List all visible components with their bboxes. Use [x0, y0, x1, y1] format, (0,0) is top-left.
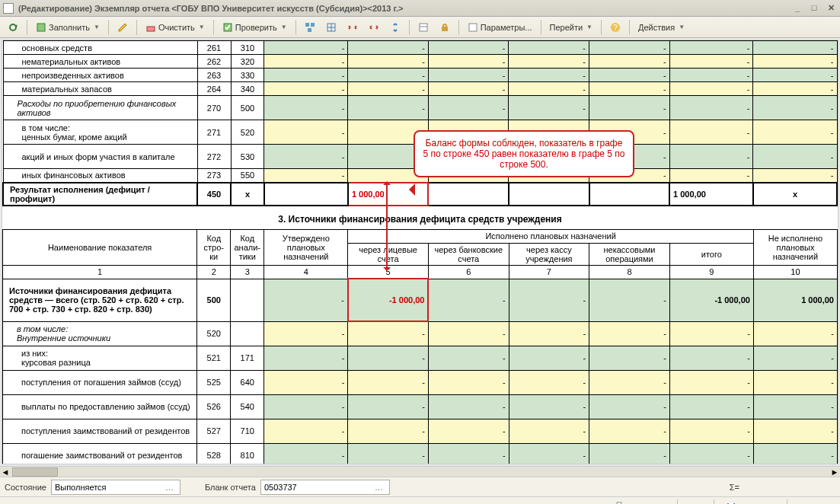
- tool-6[interactable]: [414, 20, 433, 35]
- form-ellipsis[interactable]: …: [372, 483, 386, 492]
- print-button[interactable]: Печать▼: [609, 500, 670, 505]
- svg-rect-10: [420, 24, 427, 31]
- result-name: Результат исполнения (дефицит / профицит…: [3, 183, 197, 206]
- table-row: погашение заимствований от резидентов528…: [3, 443, 838, 464]
- params-button[interactable]: Параметры...: [463, 20, 537, 35]
- callout-arrow: [386, 182, 388, 270]
- ok-button[interactable]: OK: [685, 501, 707, 505]
- tool-2[interactable]: [321, 20, 341, 35]
- save-icon: [726, 502, 736, 505]
- hdr-name: Наименование показателя: [3, 229, 197, 265]
- tool-1[interactable]: [300, 20, 320, 35]
- form-label: Бланк отчета: [205, 483, 256, 492]
- clear-label: Очистить: [158, 23, 195, 32]
- result-col5: 1 000,00: [348, 183, 429, 206]
- table-row: материальных запасов264340-------: [3, 82, 837, 96]
- tool-7[interactable]: [435, 20, 455, 35]
- result-code: 450: [197, 183, 231, 206]
- help-button[interactable]: ?: [605, 20, 625, 35]
- svg-rect-2: [147, 27, 155, 31]
- balance-callout: Баланс формы соблюден, показатель в граф…: [414, 130, 634, 177]
- hdr-n1: 1: [3, 265, 197, 279]
- hdr-col10: Не исполнено плановых назначений: [753, 229, 837, 265]
- section-3-title: 3. Источники финансирования дефицита сре…: [2, 206, 838, 229]
- hierarchy-icon: [305, 22, 315, 33]
- table-row: поступления заимствований от резидентов5…: [3, 419, 838, 443]
- hdr-anal: Код анали-тики: [231, 229, 264, 265]
- refresh-button[interactable]: [3, 20, 23, 35]
- pencil-icon: [117, 22, 128, 33]
- window-titlebar: (Редактирование) Экземпляр отчета <ГОБУ …: [0, 0, 840, 17]
- table-row: Источники финансирования дефицита средст…: [3, 279, 838, 321]
- svg-rect-5: [311, 23, 315, 27]
- state-value: Выполняется: [55, 483, 107, 492]
- table-icon: [418, 22, 429, 33]
- close-action-button[interactable]: Закрыть: [794, 501, 835, 505]
- main-toolbar: Заполнить▼ Очистить▼ Проверить▼ Параметр…: [0, 17, 840, 38]
- form-value: 0503737: [264, 483, 297, 492]
- expand-h-icon: [347, 22, 358, 33]
- fill-icon: [36, 22, 46, 33]
- params-icon: [468, 22, 478, 33]
- table-row: выплаты по предоставлению займов (ссуд)5…: [3, 394, 838, 419]
- app-icon: [3, 3, 14, 14]
- horizontal-scrollbar[interactable]: ◄ ►: [0, 466, 840, 477]
- tool-4[interactable]: [364, 20, 384, 35]
- hdr-col8: некассовыми операциями: [589, 243, 670, 265]
- state-ellipsis[interactable]: …: [162, 483, 177, 492]
- svg-rect-1: [37, 24, 45, 31]
- hdr-n6: 6: [428, 265, 509, 279]
- result-col10: x: [753, 183, 837, 206]
- hdr-col6: через банковские счета: [428, 243, 509, 265]
- params-label: Параметры...: [481, 23, 532, 32]
- actions-label: Действия: [638, 23, 675, 32]
- status-bar: Состояние Выполняется … Бланк отчета 050…: [0, 477, 840, 496]
- goto-button[interactable]: Перейти▼: [545, 21, 598, 34]
- hdr-n4: 4: [264, 265, 348, 279]
- refresh-icon: [8, 22, 18, 33]
- hdr-n9: 9: [669, 265, 753, 279]
- maximize-button[interactable]: □: [808, 3, 820, 14]
- table-row: Расходы по приобретению финансовых актив…: [3, 96, 837, 120]
- collapse-v-icon: [390, 22, 401, 33]
- state-field[interactable]: Выполняется …: [51, 480, 180, 495]
- close-button[interactable]: ✕: [825, 3, 837, 14]
- svg-rect-6: [308, 28, 311, 32]
- table-row: нематериальных активов262320-------: [3, 55, 837, 69]
- hdr-n2: 2: [197, 265, 231, 279]
- svg-text:?: ?: [613, 24, 618, 32]
- hdr-n7: 7: [509, 265, 589, 279]
- lock-icon: [439, 22, 450, 33]
- hdr-n8: 8: [589, 265, 670, 279]
- eraser-icon: [145, 22, 156, 33]
- form-field[interactable]: 0503737 …: [260, 480, 390, 495]
- table-row: поступления от погашения займов (ссуд)52…: [3, 370, 838, 394]
- minimize-button[interactable]: _: [791, 3, 803, 14]
- report-table-1: основных средств261310-------нематериаль…: [2, 40, 838, 206]
- hdr-n3: 3: [231, 265, 264, 279]
- state-label: Состояние: [5, 483, 46, 492]
- hdr-executed: Исполнено плановых назначений: [348, 229, 754, 243]
- svg-rect-12: [442, 27, 448, 31]
- fill-button[interactable]: Заполнить▼: [31, 20, 104, 35]
- result-col9: 1 000,00: [669, 183, 753, 206]
- hdr-approved: Утверждено плановых назначений: [264, 229, 348, 265]
- hdr-col9: итого: [669, 243, 753, 265]
- callout-text: Баланс формы соблюден, показатель в граф…: [423, 138, 625, 170]
- hdr-n10: 10: [753, 265, 837, 279]
- clear-button[interactable]: Очистить▼: [141, 20, 209, 35]
- result-anal: x: [231, 183, 264, 206]
- table-row: в том числе: Внутренние источники520----…: [3, 321, 838, 346]
- fill-label: Заполнить: [49, 23, 90, 32]
- edit-button[interactable]: [113, 20, 133, 35]
- goto-label: Перейти: [550, 23, 583, 32]
- check-label: Проверить: [235, 23, 277, 32]
- tool-5[interactable]: [385, 20, 405, 35]
- tool-3[interactable]: [343, 20, 363, 35]
- svg-point-0: [10, 24, 16, 30]
- actions-button[interactable]: Действия▼: [634, 21, 689, 34]
- report-workspace[interactable]: Баланс формы соблюден, показатель в граф…: [2, 40, 838, 464]
- save-button[interactable]: Записать: [721, 500, 780, 505]
- hdr-rowcode: Код стро-ки: [197, 229, 231, 265]
- check-button[interactable]: Проверить▼: [218, 20, 292, 35]
